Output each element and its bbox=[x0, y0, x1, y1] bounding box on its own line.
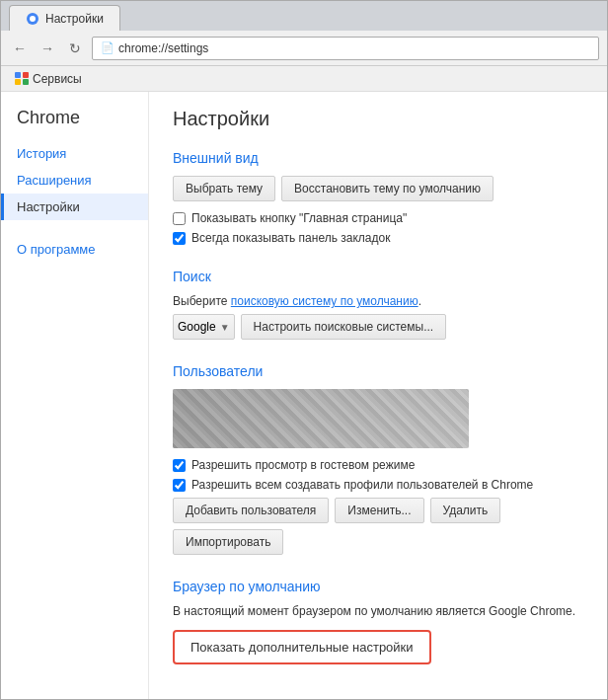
show-home-checkbox[interactable] bbox=[173, 212, 186, 225]
search-desc: Выберите поисковую систему по умолчанию. bbox=[173, 294, 583, 308]
default-browser-section: Браузер по умолчанию В настоящий момент … bbox=[173, 579, 583, 664]
appearance-section: Внешний вид Выбрать тему Восстановить те… bbox=[173, 150, 583, 245]
sidebar: Chrome История Расширения Настройки О пр… bbox=[1, 92, 149, 699]
browser-frame: Настройки ← → ↻ 📄 chrome://settings Серв… bbox=[0, 0, 608, 700]
dropdown-arrow-icon: ▼ bbox=[220, 322, 230, 333]
show-home-btn-row: Показывать кнопку "Главная страница" bbox=[173, 211, 583, 225]
avatar-blur bbox=[173, 389, 469, 448]
allow-guest-label: Разрешить просмотр в гостевом режиме bbox=[191, 458, 415, 472]
services-bookmark[interactable]: Сервисы bbox=[9, 70, 88, 88]
page-content: Chrome История Расширения Настройки О пр… bbox=[1, 92, 607, 699]
choose-theme-button[interactable]: Выбрать тему bbox=[173, 176, 275, 201]
selected-engine: Google bbox=[178, 320, 216, 334]
sidebar-divider bbox=[1, 220, 148, 236]
show-bookmarks-row: Всегда показывать панель закладок bbox=[173, 231, 583, 245]
add-user-button[interactable]: Добавить пользователя bbox=[173, 498, 329, 523]
sidebar-item-extensions[interactable]: Расширения bbox=[1, 167, 148, 194]
sidebar-item-settings[interactable]: Настройки bbox=[1, 194, 148, 220]
show-bookmarks-label: Всегда показывать панель закладок bbox=[191, 231, 390, 245]
default-browser-desc: В настоящий момент браузером по умолчани… bbox=[173, 604, 583, 618]
default-browser-title: Браузер по умолчанию bbox=[173, 579, 583, 594]
show-bookmarks-checkbox[interactable] bbox=[173, 232, 186, 245]
allow-profiles-row: Разрешить всем создавать профили пользов… bbox=[173, 478, 583, 492]
users-title: Пользователи bbox=[173, 363, 583, 379]
page-icon: 📄 bbox=[101, 41, 114, 54]
search-desc-after: . bbox=[418, 294, 421, 308]
sidebar-app-title: Chrome bbox=[1, 108, 148, 140]
theme-btn-row: Выбрать тему Восстановить тему по умолча… bbox=[173, 176, 583, 201]
user-avatar-area bbox=[173, 389, 469, 448]
allow-guest-checkbox[interactable] bbox=[173, 459, 186, 472]
allow-profiles-label: Разрешить всем создавать профили пользов… bbox=[191, 478, 533, 492]
user-action-btn-row: Добавить пользователя Изменить... Удалит… bbox=[173, 498, 583, 555]
forward-button[interactable]: → bbox=[37, 38, 58, 59]
active-tab[interactable]: Настройки bbox=[9, 5, 120, 31]
search-desc-before: Выберите bbox=[173, 294, 231, 308]
allow-profiles-checkbox[interactable] bbox=[173, 479, 186, 492]
reload-button[interactable]: ↻ bbox=[64, 38, 86, 59]
nav-bar: ← → ↻ 📄 chrome://settings bbox=[1, 31, 607, 66]
sidebar-item-about[interactable]: О программе bbox=[1, 236, 148, 263]
back-button[interactable]: ← bbox=[9, 38, 31, 59]
address-text: chrome://settings bbox=[118, 41, 208, 55]
edit-user-button[interactable]: Изменить... bbox=[335, 498, 423, 523]
manage-search-engines-button[interactable]: Настроить поисковые системы... bbox=[241, 314, 447, 340]
allow-guest-row: Разрешить просмотр в гостевом режиме bbox=[173, 458, 583, 472]
settings-main: Настройки Внешний вид Выбрать тему Восст… bbox=[149, 92, 607, 699]
apps-icon bbox=[15, 72, 29, 86]
show-advanced-button[interactable]: Показать дополнительные настройки bbox=[173, 630, 431, 664]
sidebar-item-history[interactable]: История bbox=[1, 140, 148, 167]
search-engine-row: Google ▼ Настроить поисковые системы... bbox=[173, 314, 583, 340]
tab-bar: Настройки bbox=[1, 1, 607, 31]
import-button[interactable]: Импортировать bbox=[173, 529, 283, 555]
search-engine-link[interactable]: поисковую систему по умолчанию bbox=[231, 294, 418, 308]
search-title: Поиск bbox=[173, 269, 583, 284]
bookmarks-bar: Сервисы bbox=[1, 66, 607, 92]
page-title: Настройки bbox=[173, 108, 583, 130]
appearance-title: Внешний вид bbox=[173, 150, 583, 166]
users-section: Пользователи Разрешить просмотр в гостев… bbox=[173, 363, 583, 555]
show-home-label: Показывать кнопку "Главная страница" bbox=[191, 211, 407, 225]
search-engine-dropdown[interactable]: Google ▼ bbox=[173, 314, 235, 340]
delete-user-button[interactable]: Удалить bbox=[430, 498, 501, 523]
reset-theme-button[interactable]: Восстановить тему по умолчанию bbox=[281, 176, 494, 201]
search-section: Поиск Выберите поисковую систему по умол… bbox=[173, 269, 583, 340]
services-label: Сервисы bbox=[33, 72, 82, 86]
tab-title: Настройки bbox=[45, 12, 104, 26]
svg-point-1 bbox=[30, 16, 36, 22]
address-bar[interactable]: 📄 chrome://settings bbox=[92, 37, 599, 60]
tab-favicon bbox=[26, 12, 39, 26]
